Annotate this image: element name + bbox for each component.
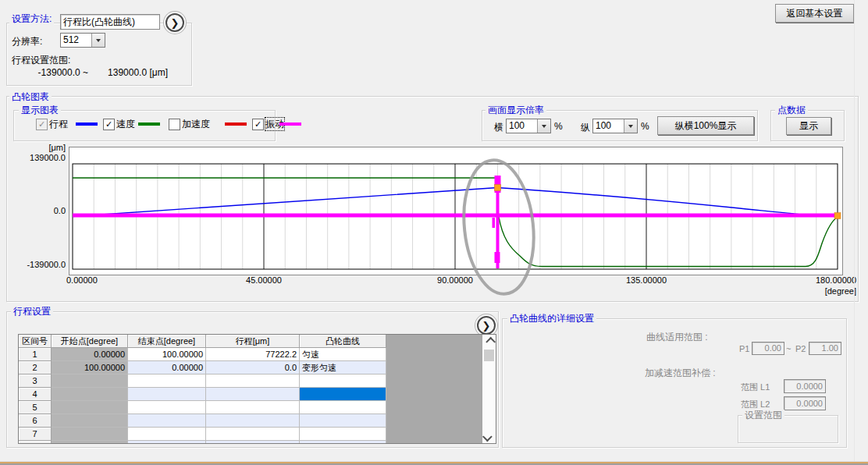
column-header[interactable]: 区间号: [19, 335, 52, 348]
checkbox-1[interactable]: ✓: [103, 119, 115, 130]
table-cell[interactable]: 100.00000: [52, 361, 128, 374]
dialog-right-edge: [854, 0, 855, 461]
table-cell[interactable]: [128, 401, 206, 414]
point-data-display-button[interactable]: 显示: [786, 117, 831, 135]
method-value-field[interactable]: 行程比(凸轮曲线): [60, 14, 160, 30]
row-header-cell: 4: [19, 388, 52, 401]
checkbox-label[interactable]: 速度: [116, 118, 135, 130]
range-l1-field[interactable]: 0.0000: [784, 379, 826, 393]
column-header[interactable]: 行程[μm]: [206, 335, 300, 348]
set-range-label: 设置范围: [742, 410, 784, 421]
table-cell[interactable]: 100.00000: [128, 348, 206, 361]
table-cell: [52, 441, 128, 444]
v-magnification-combobox[interactable]: 100: [592, 119, 638, 133]
checkbox-label[interactable]: 行程: [49, 118, 68, 130]
table-row: 6: [19, 414, 496, 428]
checkbox-label[interactable]: 加速度: [182, 118, 210, 130]
magnification-title: 画面显示倍率: [486, 105, 546, 115]
resolution-label: 分辨率:: [12, 35, 42, 48]
table-cell[interactable]: 0.0: [206, 361, 300, 374]
stroke-setting-title: 行程设置: [11, 306, 53, 317]
point-marker[interactable]: [834, 213, 841, 219]
p2-field[interactable]: 1.00: [809, 342, 841, 355]
stroke-table-expand-button[interactable]: ❯: [477, 316, 496, 335]
table-cell[interactable]: [128, 414, 206, 428]
cam-curve-plot: [69, 147, 843, 311]
column-header[interactable]: 开始点[degree]: [52, 335, 128, 348]
table-cell[interactable]: [300, 414, 386, 428]
table-cell[interactable]: [52, 374, 128, 388]
table-cell[interactable]: [206, 401, 300, 414]
display-chart-title: 显示图表: [19, 105, 61, 115]
table-cell[interactable]: [128, 388, 206, 401]
y-tick-zero: 0.0: [0, 206, 66, 215]
table-cell[interactable]: [52, 388, 128, 401]
table-header-row: 区间号开始点[degree]结束点[degree]行程[μm]凸轮曲线: [19, 335, 496, 348]
resolution-combobox[interactable]: 512: [60, 33, 105, 48]
x-axis-unit: [degree]: [825, 286, 856, 296]
checkbox-3[interactable]: ✓: [252, 119, 264, 130]
x-tick-135: 135.00000: [626, 275, 667, 285]
row-header-cell: 5: [19, 401, 52, 414]
y-tick-max: 139000.0: [0, 153, 66, 162]
point-marker[interactable]: [495, 185, 501, 191]
p1-label: P1: [739, 344, 749, 353]
series-color-swatch: [76, 122, 98, 126]
column-header[interactable]: 凸轮曲线: [300, 335, 386, 348]
table-cell[interactable]: [300, 374, 386, 388]
table-cell[interactable]: [206, 414, 300, 428]
table-cell[interactable]: 0.00000: [128, 361, 206, 374]
table-cell[interactable]: 77222.2: [206, 348, 300, 361]
table-cell[interactable]: [52, 401, 128, 414]
h-percent-label: %: [554, 121, 563, 132]
stroke-setting-table[interactable]: 区间号开始点[degree]结束点[degree]行程[μm]凸轮曲线10.00…: [18, 334, 496, 444]
table-cell[interactable]: [300, 401, 386, 414]
fit-100pct-button[interactable]: 纵横100%显示: [657, 116, 754, 135]
dropdown-arrow-icon[interactable]: [91, 34, 105, 47]
point-data-title: 点数据: [775, 105, 808, 115]
table-cell[interactable]: [206, 374, 300, 388]
table-cell: [19, 441, 52, 444]
column-header[interactable]: 结束点[degree]: [128, 335, 206, 348]
table-row-partial: [19, 441, 496, 444]
checkbox-2[interactable]: [169, 119, 180, 130]
table-cell[interactable]: [300, 428, 386, 441]
table-cell[interactable]: 变形匀速: [300, 361, 386, 374]
table-cell[interactable]: [206, 428, 300, 441]
table-cell[interactable]: 0.00000: [52, 348, 128, 361]
x-tick-180: 180.00000: [816, 275, 856, 285]
accel-comp-label: 加减速范围补偿 :: [645, 367, 716, 380]
table-cell: [206, 441, 300, 444]
back-to-basic-settings-button[interactable]: 返回基本设置: [775, 4, 854, 23]
range-l2-label: 范围 L2: [741, 399, 770, 410]
h-magnification-label: 横: [494, 121, 503, 134]
y-tick-min: -139000.0: [0, 260, 66, 269]
scrollbar-thumb[interactable]: [484, 350, 494, 361]
scroll-down-arrow-icon[interactable]: [482, 431, 496, 443]
table-cell[interactable]: 匀速: [300, 348, 386, 361]
method-label: 设置方法:: [9, 13, 54, 24]
range-l2-field[interactable]: 0.0000: [784, 396, 826, 410]
table-cell[interactable]: [52, 428, 128, 441]
method-expand-button[interactable]: ❯: [165, 13, 184, 32]
row-header-cell: 6: [19, 414, 52, 428]
table-scrollbar[interactable]: [482, 335, 496, 443]
row-header-cell: 1: [19, 348, 52, 361]
p1-field[interactable]: 0.00: [752, 342, 784, 355]
h-magnification-value: 100: [507, 119, 537, 133]
table-cell[interactable]: [128, 374, 206, 388]
table-cell[interactable]: [206, 388, 300, 401]
series-color-swatch: [279, 122, 301, 126]
row-header-cell: 2: [19, 361, 52, 374]
v-magnification-value: 100: [593, 119, 624, 133]
tilde-label: ~: [786, 344, 791, 353]
dropdown-arrow-icon[interactable]: [537, 119, 550, 133]
table-cell[interactable]: [52, 414, 128, 428]
h-magnification-combobox[interactable]: 100: [506, 119, 551, 133]
table-cell[interactable]: [300, 388, 386, 401]
dropdown-arrow-icon[interactable]: [624, 119, 637, 133]
table-cell[interactable]: [128, 428, 206, 441]
scroll-up-arrow-icon[interactable]: [482, 335, 496, 347]
cam-chart-title: 凸轮图表: [9, 91, 52, 102]
table-row: 4: [19, 388, 496, 401]
